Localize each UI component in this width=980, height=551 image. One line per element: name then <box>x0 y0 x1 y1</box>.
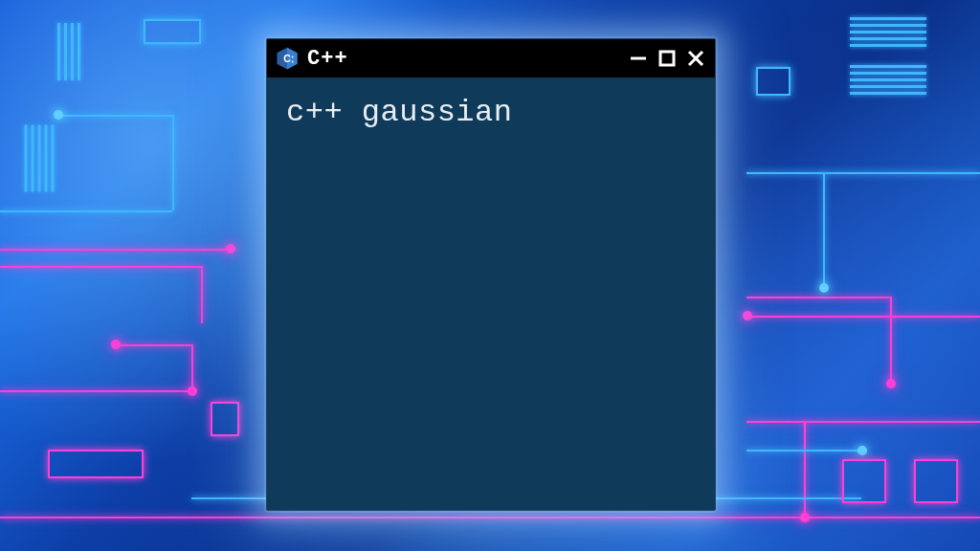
close-button[interactable] <box>686 49 705 68</box>
terminal-window: C + + C++ c++ gaussian <box>266 38 716 511</box>
titlebar[interactable]: C + + C++ <box>267 39 715 77</box>
svg-rect-6 <box>660 52 674 65</box>
terminal-content[interactable]: c++ gaussian <box>267 77 715 510</box>
svg-text:+: + <box>291 59 294 64</box>
cpp-logo-icon: C + + <box>275 46 300 71</box>
terminal-text: c++ gaussian <box>286 95 512 130</box>
svg-text:+: + <box>291 55 294 59</box>
maximize-button[interactable] <box>657 49 677 68</box>
window-controls <box>629 49 705 68</box>
minimize-button[interactable] <box>629 49 648 68</box>
window-title: C++ <box>307 47 348 71</box>
svg-text:C: C <box>283 53 291 64</box>
